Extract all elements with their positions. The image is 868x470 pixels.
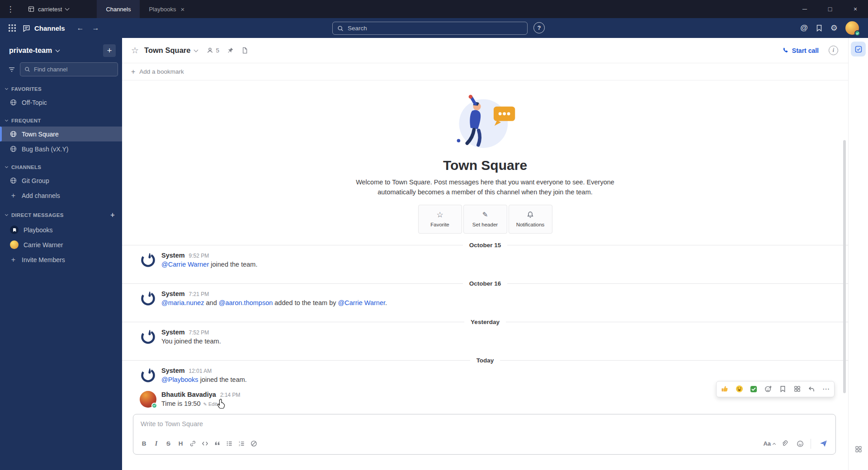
search-box[interactable] (332, 22, 528, 35)
notifications-button[interactable]: Notifications (509, 205, 552, 234)
help-button[interactable]: ? (533, 22, 545, 33)
find-channel-input[interactable] (34, 66, 113, 73)
team-menu-button[interactable]: private-team (9, 47, 59, 55)
forward-button[interactable]: → (90, 22, 102, 34)
reply-button[interactable] (805, 383, 818, 395)
close-tab-icon[interactable]: × (180, 5, 184, 13)
tab-channels[interactable]: Channels (97, 0, 140, 18)
message-sender[interactable]: System (161, 329, 185, 336)
mention-link[interactable]: @Playbooks (161, 376, 198, 383)
product-title[interactable]: Channels (23, 24, 65, 32)
filter-icon[interactable] (8, 66, 15, 73)
message-row[interactable]: System 9:52 PM @Carrie Warner joined the… (122, 249, 848, 272)
reaction-thumbsup-button[interactable] (718, 383, 731, 395)
mention-link[interactable]: @aaron.thompson (219, 299, 273, 306)
attach-file-button[interactable] (778, 437, 791, 450)
code-button[interactable] (199, 437, 211, 450)
chevron-down-icon (65, 6, 70, 11)
sidebar-item-carrie-warner-dm[interactable]: Carrie Warner (0, 237, 122, 252)
add-bookmark-button[interactable]: + Add a bookmark (122, 63, 848, 80)
more-actions-button[interactable]: ⋯ (819, 383, 833, 395)
message-input[interactable] (133, 414, 835, 435)
product-switcher-button[interactable] (5, 21, 19, 35)
search-input[interactable] (348, 25, 523, 32)
find-channel-box[interactable] (20, 62, 118, 76)
heading-button[interactable]: H (175, 437, 187, 450)
window-close-button[interactable]: × (843, 0, 868, 18)
sidebar-item-invite-members[interactable]: + Invite Members (0, 252, 122, 267)
server-selector[interactable]: carrietest (21, 0, 76, 18)
strikethrough-button[interactable]: S (162, 437, 175, 450)
section-header[interactable]: CHANNELS (0, 163, 122, 173)
settings-button[interactable]: ⚙ (830, 23, 838, 33)
add-direct-message-button[interactable]: + (110, 211, 115, 219)
message-row-hovered[interactable]: Bhautik Bavadiya 2:14 PM Time is 19:50✎ … (122, 388, 848, 411)
tab-playbooks[interactable]: Playbooks × (140, 0, 193, 18)
save-message-button[interactable] (776, 383, 789, 395)
sidebar-item-bug-bash[interactable]: Bug Bash (vX.Y) (0, 141, 122, 156)
sidebar-item-add-channels[interactable]: + Add channels (0, 188, 122, 203)
mention-link[interactable]: @Carrie Warner (338, 299, 385, 306)
add-reaction-button[interactable] (761, 383, 775, 395)
sidebar-item-off-topic[interactable]: Off-Topic (0, 95, 122, 110)
system-avatar[interactable] (140, 290, 156, 307)
reaction-smile-button[interactable] (732, 383, 746, 395)
message-composer[interactable]: B I S H (133, 414, 836, 455)
channel-files-button[interactable] (241, 47, 248, 54)
message-sender[interactable]: System (161, 290, 185, 297)
send-message-button[interactable] (816, 437, 831, 451)
channel-info-button[interactable]: i (829, 46, 838, 55)
date-divider: Yesterday (122, 319, 848, 325)
quote-button[interactable] (211, 437, 223, 450)
add-channel-button[interactable]: + (103, 44, 116, 57)
favorite-button[interactable]: ☆ Favorite (418, 205, 462, 234)
back-button[interactable]: ← (74, 22, 87, 34)
sidebar-item-playbooks-dm[interactable]: Playbooks (0, 222, 122, 237)
link-button[interactable] (187, 437, 199, 450)
mention-link[interactable]: @Carrie Warner (161, 261, 209, 268)
italic-button[interactable]: I (150, 437, 162, 450)
numbered-list-button[interactable]: 1 2 (236, 437, 248, 450)
favorite-channel-button[interactable]: ☆ (131, 45, 139, 56)
channel-view: ☆ Town Square 5 (122, 38, 848, 470)
message-sender[interactable]: System (161, 252, 185, 259)
members-button[interactable]: 5 (207, 47, 219, 54)
bold-button[interactable]: B (138, 437, 150, 450)
mention-link[interactable]: @maria.nunez (161, 299, 204, 306)
reaction-check-button[interactable] (747, 383, 760, 395)
user-avatar[interactable] (845, 21, 859, 35)
bulleted-list-button[interactable] (223, 437, 236, 450)
playbooks-app-button[interactable] (851, 42, 866, 56)
set-header-button[interactable]: ✎ Set header (463, 205, 507, 234)
recent-mentions-button[interactable]: @ (800, 24, 808, 33)
emoji-picker-button[interactable] (794, 437, 806, 450)
member-icon (207, 47, 213, 54)
show-formatting-button[interactable]: Aa (763, 440, 775, 447)
scrollbar-thumb[interactable] (843, 140, 846, 393)
system-avatar[interactable] (140, 367, 156, 384)
message-sender[interactable]: Bhautik Bavadiya (161, 391, 216, 398)
window-minimize-button[interactable]: ─ (792, 0, 817, 18)
message-row[interactable]: System 7:52 PM You joined the team. (122, 325, 848, 349)
saved-posts-button[interactable] (816, 24, 823, 32)
window-maximize-button[interactable]: □ (817, 0, 843, 18)
remove-formatting-button[interactable] (248, 437, 260, 450)
message-apps-button[interactable] (790, 383, 804, 395)
message-list[interactable]: Town Square Welcome to Town Square. Post… (122, 80, 848, 411)
formatting-toolbar: B I S H (133, 435, 835, 454)
channel-menu-button[interactable]: Town Square (144, 46, 198, 55)
sidebar-item-git-group[interactable]: Git Group (0, 173, 122, 188)
message-sender[interactable]: System (161, 367, 185, 374)
apps-grid-button[interactable] (855, 446, 862, 453)
section-header[interactable]: FAVORITES (0, 85, 122, 95)
user-message-avatar[interactable] (140, 391, 156, 408)
pinned-posts-button[interactable] (227, 47, 234, 54)
app-menu-button[interactable]: ⋮ (0, 0, 21, 18)
system-avatar[interactable] (140, 329, 156, 345)
system-avatar[interactable] (140, 252, 156, 268)
section-header[interactable]: FREQUENT (0, 117, 122, 127)
start-call-button[interactable]: Start call (782, 47, 819, 54)
message-row[interactable]: System 7:21 PM @maria.nunez and @aaron.t… (122, 287, 848, 310)
sidebar-item-town-square[interactable]: Town Square (0, 127, 122, 141)
section-header[interactable]: DIRECT MESSAGES + (0, 210, 122, 222)
